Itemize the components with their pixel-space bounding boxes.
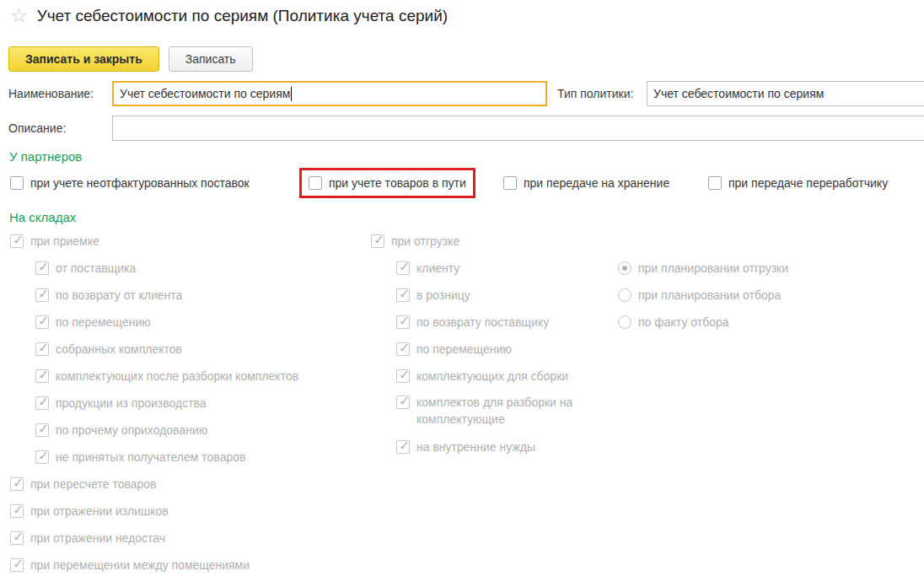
shipping-child-checkbox-item: клиенту — [396, 259, 624, 277]
checkbox — [35, 423, 49, 437]
partner-checkbox-item[interactable]: при учете неотфактурованных поставок — [10, 174, 250, 192]
checkbox-label: по возврату от клиента — [56, 288, 182, 302]
checkbox-label: в розницу — [416, 288, 470, 302]
checkbox — [35, 315, 49, 329]
radio-label: по факту отбора — [638, 315, 729, 329]
page-title: Учет себестоимости по сериям (Политика у… — [37, 7, 448, 25]
warehouse-checkbox-item: при отражении недостач — [10, 529, 368, 547]
partners-section-title: У партнеров — [9, 149, 82, 164]
receiving-child-checkbox-item: по прочему оприходованию — [35, 421, 368, 439]
checkbox-label: клиенту — [416, 261, 459, 275]
checkbox[interactable] — [708, 176, 722, 190]
checkbox-label: по прочему оприходованию — [56, 423, 207, 437]
checkbox — [396, 315, 410, 329]
checkbox-label: по перемещению — [416, 342, 512, 356]
checkbox — [396, 369, 410, 383]
receiving-child-checkbox-item: продукции из производства — [35, 394, 368, 412]
checkbox-label: не принятых получателем товаров — [56, 450, 245, 464]
checkbox[interactable] — [10, 176, 24, 190]
shipping-child-checkbox-item: на внутренние нужды — [396, 438, 624, 456]
checkbox-label: по перемещению — [56, 315, 151, 329]
checkbox — [10, 234, 24, 248]
checkbox — [396, 288, 410, 302]
checkbox-label: комплектующих после разборки комплектов — [56, 369, 298, 383]
window-header: ☆ Учет себестоимости по сериям (Политика… — [10, 7, 448, 25]
shipping-child-checkbox-item: комплектов для разборки на комплектующие — [396, 394, 624, 429]
policy-type-label: Тип политики: — [557, 87, 647, 100]
warehouse-checkbox-item: при перемещении между помещениями — [10, 556, 368, 574]
shipping-child-checkbox-item: по возврату поставщику — [396, 313, 624, 331]
checkbox — [35, 369, 49, 383]
checkbox-label: при приемке — [30, 234, 99, 248]
name-input[interactable]: Учет себестоимости по сериям — [112, 81, 547, 106]
policy-type-value: Учет себестоимости по сериям — [653, 87, 824, 100]
policy-type-input[interactable]: Учет себестоимости по сериям — [647, 81, 924, 106]
save-button[interactable]: Записать — [169, 46, 253, 72]
checkbox-label: продукции из производства — [56, 396, 207, 410]
warehouse-checkbox-item: при пересчете товаров — [10, 475, 368, 493]
checkbox — [371, 234, 384, 248]
shipping-timing-column: при планировании отгрузкипри планировани… — [618, 232, 913, 340]
checkbox — [35, 342, 49, 356]
checkbox — [35, 261, 49, 275]
checkbox-label: при пересчете товаров — [30, 477, 157, 491]
radio-label: при планировании отгрузки — [638, 261, 788, 275]
text-caret — [291, 87, 292, 101]
checkbox-label: комплектов для разборки на комплектующие — [416, 394, 600, 428]
checkbox-label: при перемещении между помещениями — [30, 558, 250, 572]
checkbox-label: собранных комплектов — [56, 342, 182, 356]
receiving-child-checkbox-item: не принятых получателем товаров — [35, 448, 368, 466]
checkbox — [396, 396, 410, 409]
checkbox-label: по возврату поставщику — [416, 315, 549, 329]
receiving-child-checkbox-item: по перемещению — [35, 313, 368, 331]
series-policy-window: ☆ Учет себестоимости по сериям (Политика… — [0, 0, 924, 576]
checkbox-label: при передаче переработчику — [728, 176, 888, 190]
checkbox[interactable] — [309, 176, 322, 190]
checkbox — [10, 477, 24, 491]
checkbox — [10, 531, 24, 545]
partner-checkbox-item[interactable]: при учете товаров в пути — [309, 174, 466, 192]
checkbox-label: при отражении излишков — [30, 504, 169, 518]
warehouse-checkbox-item: при отражении излишков — [10, 502, 368, 520]
checkbox — [35, 288, 49, 302]
favorite-star-icon[interactable]: ☆ — [10, 6, 28, 25]
partner-checkbox-item[interactable]: при передаче на хранение — [503, 174, 669, 192]
save-and-close-button[interactable]: Записать и закрыть — [8, 46, 159, 72]
receiving-checkbox-item: при приемке — [10, 232, 368, 250]
checkbox-label: комплектующих для сборки — [416, 369, 568, 383]
checkbox — [396, 342, 410, 356]
toolbar: Записать и закрыть Записать — [8, 46, 253, 72]
checkbox — [35, 450, 49, 464]
warehouses-section-title: На складах — [9, 210, 76, 224]
description-input[interactable] — [112, 116, 924, 141]
highlight-annotation: при учете товаров в пути — [299, 168, 475, 198]
shipping-child-checkbox-item: комплектующих для сборки — [396, 367, 624, 385]
name-label: Наименование: — [8, 87, 112, 100]
partner-checkbox-item[interactable]: при передаче переработчику — [708, 174, 888, 192]
checkbox — [35, 396, 49, 410]
receiving-child-checkbox-item: комплектующих после разборки комплектов — [35, 367, 368, 385]
radio-label: при планировании отбора — [638, 288, 781, 302]
shipping-checkbox-item: при отгрузке — [371, 232, 624, 250]
shipping-child-checkbox-item: в розницу — [396, 286, 624, 304]
checkbox-label: при отражении недостач — [30, 531, 165, 545]
radio-item: при планировании отгрузки — [618, 259, 913, 277]
checkbox — [396, 440, 410, 454]
checkbox-label: на внутренние нужды — [416, 440, 535, 454]
radio-item: по факту отбора — [618, 313, 913, 331]
checkbox[interactable] — [503, 176, 517, 190]
checkbox-label: при передаче на хранение — [524, 176, 669, 190]
receiving-child-checkbox-item: по возврату от клиента — [35, 286, 368, 304]
checkbox-label: при учете товаров в пути — [329, 176, 466, 190]
name-row: Наименование: Учет себестоимости по сери… — [8, 81, 924, 106]
receiving-child-checkbox-item: собранных комплектов — [35, 340, 368, 358]
radio-item: при планировании отбора — [618, 286, 913, 304]
radio-button — [618, 288, 631, 302]
warehouses-grid: при приемкеот поставщикапо возврату от к… — [0, 232, 924, 576]
partners-checkbox-row: при учете неотфактурованных поставокпри … — [0, 168, 924, 198]
name-input-value: Учет себестоимости по сериям — [120, 87, 290, 100]
checkbox — [10, 504, 24, 518]
description-label: Описание: — [8, 121, 112, 135]
radio-button — [618, 261, 631, 275]
checkbox-label: при учете неотфактурованных поставок — [30, 176, 250, 190]
